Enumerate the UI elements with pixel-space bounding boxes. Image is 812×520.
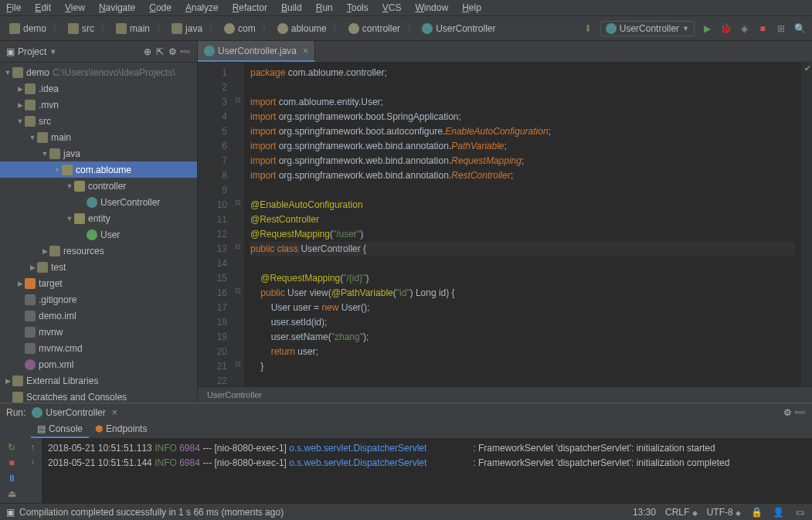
folder-icon [25,100,36,110]
menu-code[interactable]: Code [149,2,172,13]
status-encoding[interactable]: UTF-8 ◆ [707,507,741,518]
code-editor[interactable]: 12345678910111213141516171819202122 ⊟⊟⊟⊟… [198,63,812,386]
tree-item[interactable]: ▼main [0,129,197,145]
menu-help[interactable]: Help [462,2,481,13]
tree-item[interactable]: ▼java [0,145,197,161]
layout-icon[interactable]: ⊞ [775,22,787,35]
tree-item[interactable]: ▶.idea [0,80,197,97]
tree-item[interactable]: User [0,226,197,243]
menu-file[interactable]: File [6,2,21,13]
minimize-icon[interactable]: ➖ [793,406,806,419]
pause-icon[interactable]: ⏸ [5,472,18,484]
tab-console[interactable]: ▤ Console [31,422,89,438]
tree-item[interactable]: ▶.mvn [0,97,197,113]
close-icon[interactable]: × [112,407,117,418]
tab-endpoints[interactable]: ⬢ Endpoints [89,422,153,438]
tree-arrow-icon[interactable]: ▶ [28,263,37,271]
tree-item[interactable]: ▼demoC:\Users\lenovo\IdeaProjects\ [0,64,197,80]
breadcrumb-item[interactable]: com [221,22,259,36]
lock-icon[interactable]: 🔒 [750,506,763,518]
tree-item[interactable]: ▶test [0,259,197,275]
close-icon[interactable]: × [303,46,308,56]
breadcrumb-item[interactable]: java [168,22,206,36]
tree-arrow-icon[interactable]: ▶ [40,247,49,255]
run-config-tab[interactable]: UserController × [32,407,117,418]
tree-item[interactable]: UserController [0,194,197,210]
settings-icon[interactable]: ⚙ [166,46,178,58]
collapse-icon[interactable]: ⇱ [154,46,166,58]
class-icon [606,23,617,34]
coverage-icon[interactable]: ◈ [738,22,750,35]
tree-item[interactable]: ▼entity [0,210,197,226]
down-icon[interactable]: ↓ [26,455,39,467]
menu-refactor[interactable]: Refactor [233,2,267,13]
breadcrumb-item[interactable]: UserController [419,22,498,36]
build-icon[interactable]: ⬇ [582,22,594,35]
tree-item[interactable]: ▶External Libraries [0,372,197,389]
tree-arrow-icon[interactable]: ▶ [15,101,25,109]
breadcrumb-item[interactable]: abloume [274,22,330,36]
tree-arrow-icon[interactable]: ▼ [3,69,12,76]
debug-icon[interactable]: 🐞 [719,22,732,35]
tree-arrow-icon[interactable]: ▼ [65,182,74,190]
tree-arrow-icon[interactable]: ▼ [40,150,49,158]
folder-icon [12,67,23,78]
menu-navigate[interactable]: Navigate [99,2,135,13]
tree-item[interactable]: .gitignore [0,291,197,308]
up-icon[interactable]: ↑ [26,441,39,454]
stop-icon[interactable]: ■ [5,457,18,469]
status-line-ending[interactable]: CRLF ◆ [665,507,698,518]
tree-item[interactable]: ▶target [0,275,197,291]
stop-icon[interactable]: ■ [756,22,769,35]
tree-arrow-icon[interactable]: ▼ [53,166,62,174]
editor-breadcrumb[interactable]: UserController [198,386,812,403]
rerun-icon[interactable]: ↻ [5,441,18,454]
tree-item[interactable]: mvnw.cmd [0,340,197,356]
tree-arrow-icon[interactable]: ▶ [15,85,25,93]
code-content[interactable]: package com.abloume.controller; import c… [244,63,801,386]
menu-tools[interactable]: Tools [347,2,369,13]
tree-item[interactable]: ▼src [0,113,197,129]
tree-arrow-icon[interactable]: ▼ [28,134,37,141]
console-output[interactable]: 2018-05-21 10:51:51.113 INFO 6984 --- [n… [42,438,812,503]
chevron-down-icon[interactable]: ▼ [49,48,56,56]
tree-item[interactable]: Scratches and Consoles [0,389,197,403]
tree-arrow-icon[interactable]: ▶ [3,377,12,385]
project-tree[interactable]: ▼demoC:\Users\lenovo\IdeaProjects\▶.idea… [0,63,197,403]
menu-build[interactable]: Build [281,2,302,13]
settings-icon[interactable]: ⚙ [781,406,793,419]
tree-arrow-icon[interactable]: ▼ [15,117,25,125]
search-icon[interactable]: 🔍 [793,22,806,35]
exit-icon[interactable]: ⏏ [5,488,18,500]
menu-analyze[interactable]: Analyze [185,2,219,13]
inspector-icon[interactable]: 👤 [772,506,784,518]
menu-run[interactable]: Run [316,2,333,13]
hide-icon[interactable]: ➖ [178,46,191,58]
editor-scrollbar[interactable]: ✔ [801,63,812,386]
breadcrumb-item[interactable]: demo [6,22,49,36]
status-bar: ▣ Compilation completed successfully in … [0,503,812,520]
locate-icon[interactable]: ⊕ [141,46,154,58]
tree-item[interactable]: ▶resources [0,243,197,259]
tree-arrow-icon[interactable]: ▼ [65,215,74,223]
editor-tab[interactable]: UserController.java × [198,41,315,62]
tree-item[interactable]: demo.iml [0,308,197,324]
menu-edit[interactable]: Edit [35,2,51,13]
run-icon[interactable]: ▶ [701,22,713,35]
menu-window[interactable]: Window [415,2,448,13]
tree-item[interactable]: ▼controller [0,178,197,194]
menu-view[interactable]: View [65,2,85,13]
tree-item[interactable]: ▼com.abloume [0,161,197,178]
status-icon[interactable]: ▣ [6,507,15,518]
tree-item[interactable]: mvnw [0,324,197,340]
memory-icon[interactable]: ▭ [793,506,806,518]
project-sidebar: ▣ Project ▼ ⊕ ⇱ ⚙ ➖ ▼demoC:\Users\lenovo… [0,41,198,403]
run-config-selector[interactable]: UserController ▼ [600,21,695,36]
breadcrumb-item[interactable]: src [65,22,97,36]
folder-icon [9,23,20,34]
tree-arrow-icon[interactable]: ▶ [15,280,25,287]
menu-vcs[interactable]: VCS [382,2,402,13]
tree-item[interactable]: pom.xml [0,356,197,372]
breadcrumb-item[interactable]: main [113,22,153,36]
breadcrumb-item[interactable]: controller [345,22,403,36]
